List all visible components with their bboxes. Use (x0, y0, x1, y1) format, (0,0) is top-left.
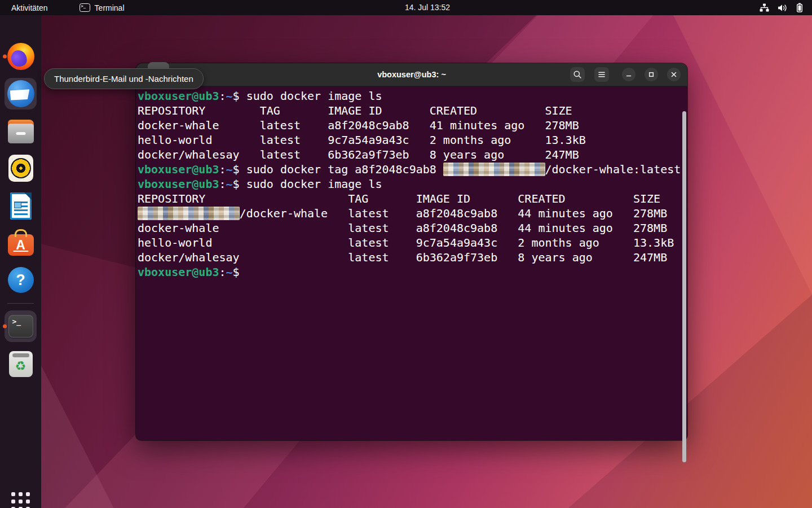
terminal-text: $ sudo docker image ls (233, 89, 382, 103)
terminal-text: REPOSITORY TAG IMAGE ID CREATED SIZE (138, 104, 572, 117)
running-indicator (3, 325, 7, 329)
terminal-line: REPOSITORY TAG IMAGE ID CREATED SIZE (138, 191, 687, 206)
terminal-window: vboxuser@ub3: ~ (136, 63, 687, 440)
ubuntu-software-icon (8, 234, 34, 256)
dock-item-terminal[interactable] (0, 310, 41, 342)
files-icon (8, 119, 34, 143)
terminal-line: docker-whale latest a8f2048c9ab8 44 minu… (138, 221, 687, 235)
terminal-line: REPOSITORY TAG IMAGE ID CREATED SIZE (138, 103, 687, 118)
search-icon (573, 70, 582, 79)
search-button[interactable] (570, 67, 585, 82)
dock-item-libreoffice-writer[interactable] (0, 190, 41, 222)
terminal-text: docker/whalesay latest 6b362a9f73eb 8 ye… (138, 251, 667, 264)
terminal-text: : (219, 163, 226, 176)
terminal-text: : (219, 177, 226, 191)
terminal-text: hello-world latest 9c7a54a9a43c 2 months… (138, 236, 674, 249)
terminal-text: ~ (226, 89, 233, 103)
terminal-text: /docker-whale:latest (545, 163, 681, 176)
minimize-button[interactable] (622, 68, 636, 81)
close-icon (669, 70, 678, 79)
terminal-text: hello-world latest 9c7a54a9a43c 2 months… (138, 133, 586, 147)
dock-item-files[interactable] (0, 115, 41, 147)
maximize-button[interactable] (645, 68, 658, 81)
terminal-text: $ (233, 265, 246, 279)
terminal-lines: vboxuser@ub3:~$ sudo docker image lsREPO… (138, 89, 687, 279)
dock (0, 15, 41, 508)
terminal-text: docker/whalesay latest 6b362a9f73eb 8 ye… (138, 148, 579, 161)
dock-item-help[interactable] (0, 264, 41, 296)
terminal-text: ~ (226, 163, 233, 176)
system-status-area[interactable] (751, 0, 812, 15)
terminal-line: hello-world latest 9c7a54a9a43c 2 months… (138, 235, 687, 250)
terminal-line: /docker-whale latest a8f2048c9ab8 44 min… (138, 206, 687, 221)
terminal-line: vboxuser@ub3:~$ sudo docker image ls (138, 89, 687, 103)
terminal-line: vboxuser@ub3:~$ (138, 265, 687, 279)
terminal-line: vboxuser@ub3:~$ sudo docker tag a8f2048c… (138, 162, 687, 177)
volume-icon (778, 4, 788, 12)
dock-item-ubuntu-software[interactable] (0, 227, 41, 259)
terminal-text: : (219, 265, 226, 279)
redacted-text (443, 163, 545, 176)
dock-item-rhythmbox[interactable] (0, 152, 41, 184)
terminal-line: vboxuser@ub3:~$ sudo docker image ls (138, 177, 687, 191)
dock-item-thunderbird[interactable] (0, 78, 41, 110)
terminal-app-icon (80, 3, 90, 12)
terminal-titlebar[interactable]: vboxuser@ub3: ~ (136, 63, 687, 86)
terminal-icon (8, 315, 33, 338)
terminal-text: vboxuser@ub3 (138, 265, 219, 279)
app-grid-icon (11, 492, 30, 508)
trash-icon (9, 351, 33, 377)
rhythmbox-icon (8, 155, 33, 182)
battery-icon (796, 3, 803, 12)
thunderbird-icon (7, 80, 34, 107)
app-grid-button[interactable] (0, 485, 41, 508)
firefox-icon (7, 43, 34, 70)
terminal-text: vboxuser@ub3 (138, 89, 219, 103)
minimize-icon (624, 70, 633, 79)
top-bar: Aktivitäten Terminal 14. Jul 13:52 (0, 0, 812, 15)
focused-app-label: Terminal (95, 3, 125, 12)
close-button[interactable] (667, 68, 681, 81)
redacted-text (138, 207, 240, 220)
window-controls (570, 63, 681, 86)
dock-item-trash[interactable] (0, 348, 41, 380)
terminal-text: $ sudo docker tag a8f2048c9ab8 (233, 163, 443, 176)
clock[interactable]: 14. Jul 13:52 (405, 0, 450, 15)
libreoffice-writer-icon (10, 192, 32, 220)
terminal-line: docker/whalesay latest 6b362a9f73eb 8 ye… (138, 250, 687, 265)
terminal-line: docker-whale latest a8f2048c9ab8 41 minu… (138, 118, 687, 133)
focused-app-menu[interactable]: Terminal (72, 0, 133, 15)
activities-button[interactable]: Aktivitäten (0, 0, 59, 15)
help-icon (8, 267, 34, 293)
terminal-text: docker-whale latest a8f2048c9ab8 41 minu… (138, 119, 579, 132)
terminal-text: ~ (226, 265, 233, 279)
terminal-text: /docker-whale latest a8f2048c9ab8 44 min… (240, 207, 668, 220)
terminal-text: docker-whale latest a8f2048c9ab8 44 minu… (138, 221, 667, 235)
scrollbar[interactable] (682, 111, 686, 462)
terminal-content[interactable]: vboxuser@ub3:~$ sudo docker image lsREPO… (136, 86, 687, 443)
terminal-text: vboxuser@ub3 (138, 177, 219, 191)
running-indicator (3, 55, 7, 59)
terminal-line: hello-world latest 9c7a54a9a43c 2 months… (138, 133, 687, 147)
dock-divider (7, 303, 34, 304)
terminal-text: $ sudo docker image ls (233, 177, 382, 191)
network-icon (760, 3, 769, 12)
menu-button[interactable] (594, 67, 609, 82)
terminal-text: ~ (226, 177, 233, 191)
maximize-icon (647, 70, 656, 79)
terminal-text: vboxuser@ub3 (138, 163, 219, 176)
terminal-line: docker/whalesay latest 6b362a9f73eb 8 ye… (138, 147, 687, 162)
terminal-text: : (219, 89, 226, 103)
hamburger-menu-icon (597, 70, 606, 79)
dock-tooltip: Thunderbird-E-Mail und -Nachrichten (44, 68, 204, 89)
terminal-text: REPOSITORY TAG IMAGE ID CREATED SIZE (138, 192, 660, 205)
dock-item-firefox[interactable] (0, 41, 41, 72)
